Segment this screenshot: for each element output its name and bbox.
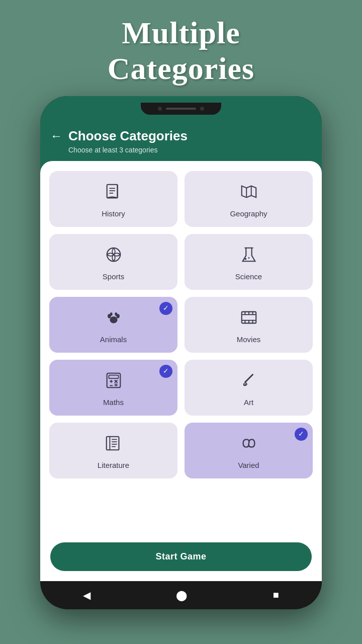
bottom-bar: Start Game [40,535,322,581]
brush-icon [239,371,258,393]
varied-label: Varied [238,461,259,469]
history-label: History [102,209,125,218]
notch-sensor [200,107,204,111]
notch-speaker [166,108,196,110]
ball-icon [104,245,123,267]
science-label: Science [235,272,262,281]
start-game-button[interactable]: Start Game [50,542,312,571]
category-geography[interactable]: Geography [185,171,313,227]
svg-point-9 [244,258,246,260]
home-nav-icon[interactable]: ⬤ [176,589,187,601]
notch [141,103,221,115]
category-animals[interactable]: ✓ Animals [49,297,177,353]
screen-title: Choose Categories [68,128,188,144]
category-varied[interactable]: ✓ Varied [185,423,313,478]
film-icon [239,308,258,330]
infinity-icon [239,434,258,456]
categories-grid: History Geography [49,171,313,478]
category-sports[interactable]: Sports [49,234,177,290]
svg-point-10 [248,257,249,259]
svg-marker-4 [241,186,256,197]
category-maths[interactable]: ✓ Maths [49,360,177,416]
varied-check-badge: ✓ [295,428,308,441]
literature-label: Literature [98,461,129,469]
svg-rect-26 [109,375,118,378]
flask-icon [239,245,258,267]
calc-icon [104,371,123,393]
sports-label: Sports [103,272,124,281]
recent-nav-icon[interactable]: ■ [273,589,279,601]
page-title: MultipleCategories [108,15,254,87]
svg-point-14 [110,312,112,316]
category-literature[interactable]: Literature [49,423,177,478]
art-label: Art [244,398,253,407]
maths-label: Maths [103,398,124,407]
phone-notch-bar [40,96,322,121]
category-art[interactable]: Art [185,360,313,416]
newspaper-icon [104,434,123,456]
maths-check-badge: ✓ [159,365,172,378]
category-movies[interactable]: Movies [185,297,313,353]
svg-rect-35 [106,436,119,450]
book-icon [104,182,123,204]
map-icon [239,182,258,204]
paw-icon [104,308,123,330]
screen-subtitle: Choose at least 3 categories [68,146,157,154]
svg-point-11 [110,316,117,323]
back-button[interactable]: ← [50,129,62,143]
app-header: ← Choose Categories Choose at least 3 ca… [40,121,322,161]
phone-screen: ← Choose Categories Choose at least 3 ca… [40,121,322,581]
svg-point-34 [243,383,245,385]
category-history[interactable]: History [49,171,177,227]
svg-point-15 [115,312,117,316]
categories-container: History Geography [40,161,322,535]
phone-wrapper: ← Choose Categories Choose at least 3 ca… [40,96,322,609]
notch-camera [158,107,162,111]
animals-label: Animals [100,335,127,344]
movies-label: Movies [237,335,261,344]
nav-bar: ◀ ⬤ ■ [40,581,322,609]
animals-check-badge: ✓ [159,302,172,315]
category-science[interactable]: Science [185,234,313,290]
back-nav-icon[interactable]: ◀ [83,589,90,601]
geography-label: Geography [230,209,267,218]
